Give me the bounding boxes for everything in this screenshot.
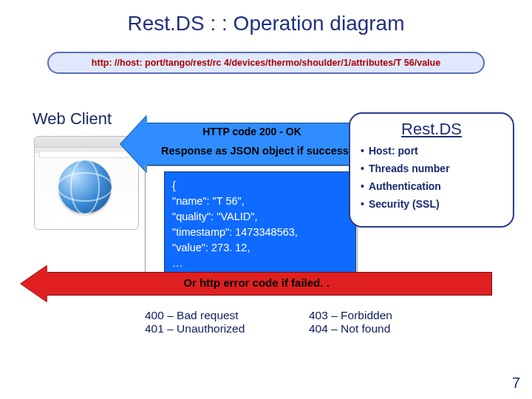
error-arrow: Or http error code if failed. .	[21, 272, 492, 296]
request-url: http: //host: port/tango/rest/rc 4/devic…	[47, 52, 485, 74]
slide-title: Rest.DS : : Operation diagram	[0, 0, 532, 35]
globe-icon	[58, 160, 112, 214]
json-line: …	[172, 256, 348, 271]
error-codes-left: 400 – Bad request 401 – Unauthorized	[145, 309, 245, 335]
restds-item: Security (SSL)	[369, 198, 440, 210]
restds-box: Rest.DS Host: port Threads number Authen…	[349, 112, 514, 228]
error-code: 400 – Bad request	[145, 309, 245, 322]
page-number: 7	[512, 375, 520, 392]
restds-title: Rest.DS	[358, 120, 505, 139]
error-code: 403 – Forbidden	[309, 309, 392, 322]
json-line: "value": 273. 12,	[172, 240, 348, 256]
restds-item: Threads number	[369, 163, 450, 174]
restds-item: Authentication	[369, 180, 441, 192]
response-description: Response as JSON object if success	[144, 145, 366, 157]
response-arrow: HTTP code 200 - OK Response as JSON obje…	[129, 123, 363, 166]
error-banner-text: Or http error code if failed. .	[21, 276, 492, 289]
error-codes-right: 403 – Forbidden 404 – Not found	[309, 309, 392, 335]
json-line: "timestamp": 1473348563,	[172, 225, 348, 240]
web-client-label: Web Client	[33, 109, 112, 129]
error-code: 401 – Unauthorized	[145, 322, 245, 335]
json-line: "quality": "VALID",	[172, 209, 348, 225]
json-line: {	[172, 178, 348, 194]
restds-item: Host: port	[369, 145, 418, 157]
restds-config-list: Host: port Threads number Authentication…	[358, 145, 505, 210]
json-line: "name": "T 56",	[172, 194, 348, 209]
http-status-line: HTTP code 200 - OK	[156, 126, 348, 137]
error-code: 404 – Not found	[309, 322, 392, 335]
